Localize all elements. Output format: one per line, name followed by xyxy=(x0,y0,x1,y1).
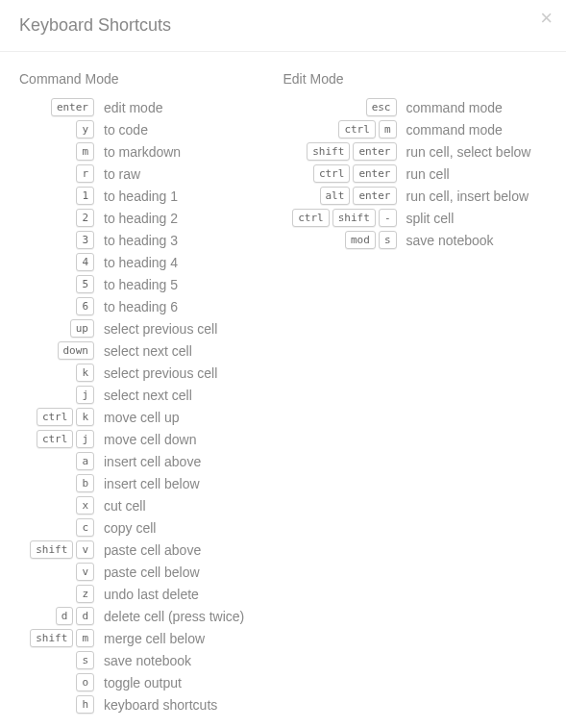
shortcut-row: modssave notebook xyxy=(283,229,548,251)
shortcut-keys: 5 xyxy=(19,275,94,293)
shortcut-keys: ctrlk xyxy=(19,408,94,426)
shortcut-keys: r xyxy=(19,164,94,183)
key-cap: shift xyxy=(307,142,350,161)
key-cap: - xyxy=(379,209,397,227)
shortcut-keys: y xyxy=(19,120,94,138)
dialog-body: Command Mode enteredit modeyto codemto m… xyxy=(0,52,566,715)
key-cap: 5 xyxy=(76,275,94,293)
shortcut-keys: ctrlenter xyxy=(283,164,397,183)
shortcut-description: to heading 6 xyxy=(94,299,178,314)
shortcut-description: edit mode xyxy=(94,100,162,115)
edit-mode-heading: Edit Mode xyxy=(283,71,548,87)
key-cap: z xyxy=(76,585,94,603)
shortcut-description: paste cell above xyxy=(94,542,201,558)
command-shortcut-list: enteredit modeyto codemto markdownrto ra… xyxy=(19,96,283,715)
shortcut-keys: 4 xyxy=(19,253,94,271)
shortcut-description: delete cell (press twice) xyxy=(94,609,244,624)
key-cap: 6 xyxy=(76,297,94,315)
shortcut-keys: j xyxy=(19,386,94,404)
key-cap: y xyxy=(76,120,94,138)
shortcut-row: yto code xyxy=(19,118,283,140)
key-cap: m xyxy=(379,120,397,138)
shortcut-description: insert cell above xyxy=(94,454,201,469)
shortcut-description: select previous cell xyxy=(94,321,217,337)
shortcut-row: altenterrun cell, insert below xyxy=(283,185,548,207)
shortcut-description: to heading 1 xyxy=(94,188,178,204)
shortcut-row: esccommand mode xyxy=(283,96,548,118)
shortcut-keys: k xyxy=(19,364,94,382)
shortcut-keys: ctrlshift- xyxy=(283,209,397,227)
shortcut-description: merge cell below xyxy=(94,631,205,646)
shortcut-row: shiftmmerge cell below xyxy=(19,627,283,649)
shortcut-keys: enter xyxy=(19,98,94,116)
shortcut-row: dddelete cell (press twice) xyxy=(19,605,283,627)
shortcut-keys: down xyxy=(19,341,94,360)
shortcut-row: ctrlkmove cell up xyxy=(19,406,283,428)
shortcut-row: shiftvpaste cell above xyxy=(19,539,283,561)
shortcut-keys: up xyxy=(19,319,94,338)
shortcut-keys: mods xyxy=(283,231,397,249)
shortcut-row: xcut cell xyxy=(19,494,283,516)
key-cap: shift xyxy=(332,209,376,227)
shortcut-description: to heading 3 xyxy=(94,233,178,248)
shortcut-row: 2to heading 2 xyxy=(19,207,283,229)
shortcut-keys: 2 xyxy=(19,209,94,227)
key-cap: enter xyxy=(353,187,396,205)
shortcut-description: insert cell below xyxy=(94,476,200,491)
shortcut-keys: m xyxy=(19,142,94,161)
shortcut-row: ccopy cell xyxy=(19,516,283,539)
key-cap: alt xyxy=(320,187,351,205)
edit-mode-column: Edit Mode esccommand modectrlmcommand mo… xyxy=(283,71,548,715)
key-cap: v xyxy=(76,540,94,559)
shortcut-description: command mode xyxy=(397,122,503,138)
shortcut-row: ssave notebook xyxy=(19,649,283,671)
shortcut-row: 5to heading 5 xyxy=(19,273,283,295)
keyboard-shortcuts-dialog: Keyboard Shortcuts × Command Mode entere… xyxy=(0,0,566,728)
key-cap: j xyxy=(76,430,94,448)
shortcut-description: keyboard shortcuts xyxy=(94,697,217,713)
key-cap: a xyxy=(76,452,94,470)
shortcut-keys: ctrlj xyxy=(19,430,94,448)
shortcut-description: select next cell xyxy=(94,388,192,403)
shortcut-description: to raw xyxy=(94,166,140,182)
shortcut-row: binsert cell below xyxy=(19,472,283,494)
shortcut-keys: shiftv xyxy=(19,540,94,559)
shortcut-keys: shiftenter xyxy=(283,142,397,161)
shortcut-description: copy cell xyxy=(94,520,156,536)
key-cap: ctrl xyxy=(37,430,74,448)
key-cap: ctrl xyxy=(338,120,376,138)
shortcut-row: hkeyboard shortcuts xyxy=(19,693,283,715)
shortcut-row: ctrlmcommand mode xyxy=(283,118,548,140)
shortcut-description: undo last delete xyxy=(94,587,199,602)
shortcut-description: move cell down xyxy=(94,432,197,447)
shortcut-description: select previous cell xyxy=(94,365,217,381)
shortcut-description: select next cell xyxy=(94,343,192,359)
key-cap: m xyxy=(76,142,94,161)
shortcut-keys: altenter xyxy=(283,187,397,205)
shortcut-keys: z xyxy=(19,585,94,603)
shortcut-keys: v xyxy=(19,563,94,581)
shortcut-keys: a xyxy=(19,452,94,470)
shortcut-row: otoggle output xyxy=(19,671,283,693)
key-cap: h xyxy=(76,695,94,714)
shortcut-row: zundo last delete xyxy=(19,583,283,605)
shortcut-description: to heading 2 xyxy=(94,211,178,226)
dialog-title: Keyboard Shortcuts xyxy=(19,14,547,37)
shortcut-row: ctrlenterrun cell xyxy=(283,163,548,185)
shortcut-row: vpaste cell below xyxy=(19,561,283,583)
key-cap: d xyxy=(76,607,94,625)
close-icon[interactable]: × xyxy=(540,8,553,29)
shortcut-description: to heading 5 xyxy=(94,277,178,292)
key-cap: o xyxy=(76,673,94,691)
key-cap: x xyxy=(76,496,94,515)
shortcut-row: 3to heading 3 xyxy=(19,229,283,251)
shortcut-row: mto markdown xyxy=(19,140,283,163)
key-cap: 2 xyxy=(76,209,94,227)
shortcut-keys: x xyxy=(19,496,94,515)
key-cap: v xyxy=(76,563,94,581)
shortcut-description: run cell, select below xyxy=(397,144,531,160)
command-mode-column: Command Mode enteredit modeyto codemto m… xyxy=(19,71,283,715)
key-cap: s xyxy=(379,231,397,249)
key-cap: shift xyxy=(30,540,73,559)
key-cap: c xyxy=(76,518,94,537)
